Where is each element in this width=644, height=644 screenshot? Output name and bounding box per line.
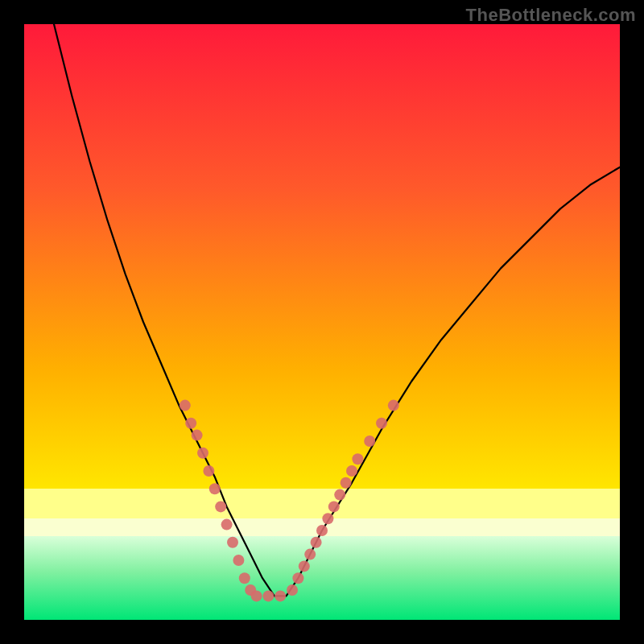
marker-dot [334,489,345,501]
marker-dot [388,400,399,411]
marker-dot [227,537,238,548]
marker-dot [304,549,316,560]
chart-frame: TheBottleneck.com [0,0,644,644]
plot-area [24,24,620,620]
marker-dot [197,448,208,459]
marker-dot [275,590,286,601]
marker-dot [262,590,274,601]
marker-dot [215,501,226,512]
marker-dot [346,465,357,477]
bottleneck-chart [24,24,620,620]
marker-dot [203,465,214,477]
marker-dot [352,453,363,464]
marker-dot [239,572,250,584]
marker-dot [311,537,322,548]
marker-dot [192,430,203,441]
watermark-text: TheBottleneck.com [466,5,636,26]
marker-dot [292,572,303,584]
marker-dot [364,436,375,447]
marker-dot [341,477,352,489]
marker-dot [322,513,333,524]
marker-dot [185,418,196,429]
marker-dot [251,590,262,601]
marker-dot [299,560,310,572]
marker-dot [180,400,191,411]
marker-dot [233,555,244,566]
marker-dot [376,418,387,429]
marker-dot [328,501,340,512]
marker-dot [316,525,328,536]
marker-dot [221,519,233,530]
marker-dot [209,483,221,494]
marker-dot [287,584,298,596]
